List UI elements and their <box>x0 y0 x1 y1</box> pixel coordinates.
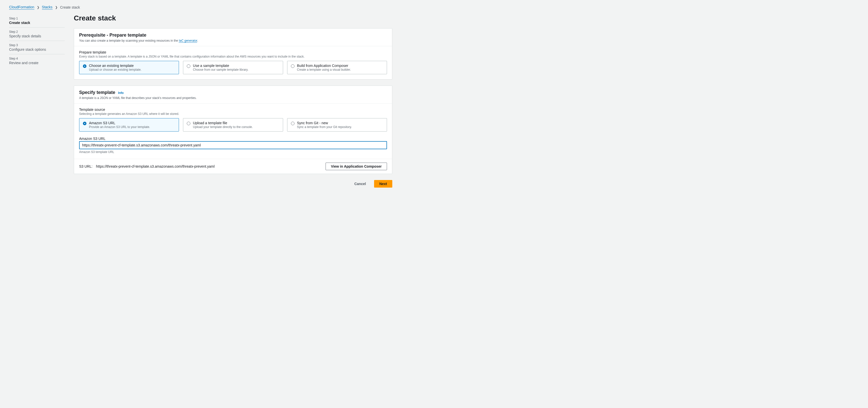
radio-sub: Choose from our sample template library. <box>193 68 248 71</box>
chevron-right-icon: ❯ <box>37 5 39 9</box>
radio-sample-template[interactable]: Use a sample template Choose from our sa… <box>183 61 283 74</box>
radio-label: Build from Application Composer <box>297 64 351 68</box>
subtitle-text: You can also create a template by scanni… <box>79 39 179 42</box>
step-2[interactable]: Step 2 Specify stack details <box>9 28 65 41</box>
prepare-template-radio-group: Choose an existing template Upload or ch… <box>79 61 387 74</box>
iac-generator-link[interactable]: IaC generator <box>179 39 197 43</box>
title-text: Specify template <box>79 90 115 95</box>
s3-url-label: Amazon S3 URL <box>79 137 387 141</box>
subtitle-suffix: . <box>197 39 198 42</box>
prerequisite-subtitle: You can also create a template by scanni… <box>79 39 387 42</box>
template-source-label: Template source <box>79 108 387 112</box>
specify-template-title: Specify template Info <box>79 90 387 95</box>
radio-label: Choose an existing template <box>89 64 141 68</box>
radio-sub: Provide an Amazon S3 URL to your templat… <box>89 125 150 129</box>
step-title: Configure stack options <box>9 47 65 52</box>
wizard-steps-sidebar: Step 1 Create stack Step 2 Specify stack… <box>9 14 65 188</box>
prerequisite-panel: Prerequisite - Prepare template You can … <box>74 28 392 79</box>
chevron-right-icon: ❯ <box>55 5 58 9</box>
step-title: Specify stack details <box>9 34 65 38</box>
specify-template-subtitle: A template is a JSON or YAML file that d… <box>79 96 387 100</box>
cancel-button[interactable]: Cancel <box>349 180 371 188</box>
radio-icon <box>291 122 294 125</box>
prepare-template-desc: Every stack is based on a template. A te… <box>79 55 387 58</box>
radio-s3-url[interactable]: Amazon S3 URL Provide an Amazon S3 URL t… <box>79 118 179 132</box>
radio-icon <box>83 64 87 68</box>
step-label: Step 2 <box>9 30 65 34</box>
page-title: Create stack <box>74 14 392 22</box>
radio-label: Upload a template file <box>193 121 253 125</box>
radio-sync-git[interactable]: Sync from Git - new Sync a template from… <box>287 118 387 132</box>
radio-label-text: Sync from Git <box>297 121 318 125</box>
prerequisite-title: Prerequisite - Prepare template <box>79 33 387 38</box>
breadcrumb: CloudFormation ❯ Stacks ❯ Create stack <box>9 5 859 9</box>
radio-icon <box>187 64 190 68</box>
specify-template-panel: Specify template Info A template is a JS… <box>74 86 392 174</box>
wizard-actions: Cancel Next <box>74 180 392 188</box>
radio-label: Amazon S3 URL <box>89 121 150 125</box>
step-title: Review and create <box>9 61 65 65</box>
radio-choose-existing-template[interactable]: Choose an existing template Upload or ch… <box>79 61 179 74</box>
radio-label: Use a sample template <box>193 64 248 68</box>
radio-icon <box>187 122 190 125</box>
template-source-desc: Selecting a template generates an Amazon… <box>79 112 387 116</box>
breadcrumb-cloudformation[interactable]: CloudFormation <box>9 5 34 9</box>
step-label: Step 4 <box>9 57 65 60</box>
step-1[interactable]: Step 1 Create stack <box>9 14 65 28</box>
s3-url-display-value: https://threatx-prevent-cf-template.s3.a… <box>96 164 215 168</box>
next-button[interactable]: Next <box>374 180 392 188</box>
info-link[interactable]: Info <box>118 91 124 95</box>
radio-sub: Create a template using a visual builder… <box>297 68 351 71</box>
s3-url-input[interactable] <box>79 141 387 149</box>
radio-label: Sync from Git - new <box>297 121 352 125</box>
step-label: Step 3 <box>9 43 65 47</box>
main-content: Create stack Prerequisite - Prepare temp… <box>74 14 392 188</box>
step-label: Step 1 <box>9 17 65 20</box>
step-title: Create stack <box>9 21 65 25</box>
template-source-radio-group: Amazon S3 URL Provide an Amazon S3 URL t… <box>79 118 387 132</box>
step-3[interactable]: Step 3 Configure stack options <box>9 41 65 54</box>
s3-url-display: S3 URL: https://threatx-prevent-cf-templ… <box>79 164 215 168</box>
s3-url-hint: Amazon S3 template URL <box>79 150 387 154</box>
radio-application-composer[interactable]: Build from Application Composer Create a… <box>287 61 387 74</box>
radio-sub: Upload or choose an existing template. <box>89 68 141 71</box>
breadcrumb-current: Create stack <box>60 5 80 9</box>
new-tag: - new <box>318 121 328 125</box>
prepare-template-label: Prepare template <box>79 50 387 54</box>
radio-upload-file[interactable]: Upload a template file Upload your templ… <box>183 118 283 132</box>
radio-sub: Upload your template directly to the con… <box>193 125 253 129</box>
view-in-application-composer-button[interactable]: View in Application Composer <box>326 163 387 170</box>
radio-icon <box>291 64 294 68</box>
radio-icon <box>83 122 87 125</box>
s3-url-display-label: S3 URL: <box>79 164 93 168</box>
radio-sub: Sync a template from your Git repository… <box>297 125 352 129</box>
step-4[interactable]: Step 4 Review and create <box>9 54 65 67</box>
breadcrumb-stacks[interactable]: Stacks <box>42 5 53 9</box>
